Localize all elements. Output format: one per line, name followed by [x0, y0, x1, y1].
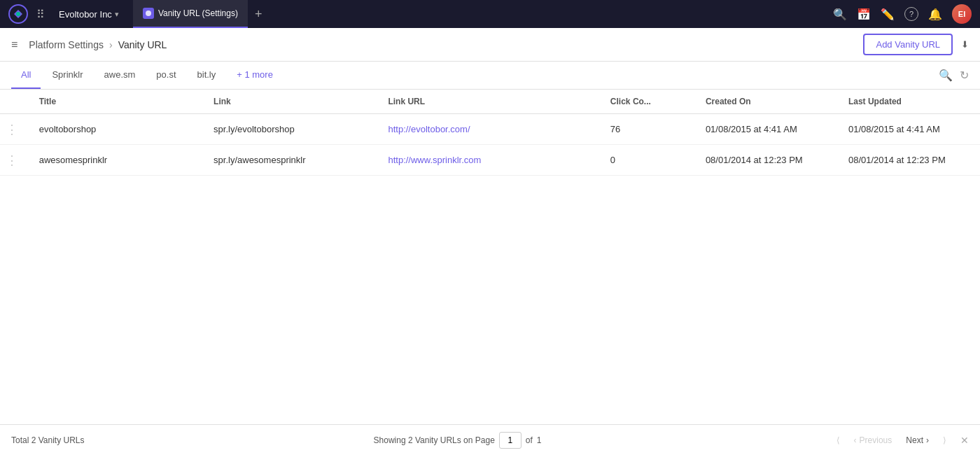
vanity-url-table: TitleLinkLink URLClick Co...Created OnLa…	[0, 90, 980, 176]
table-row: ⋮awesomesprinklrspr.ly/awesomesprinklrht…	[0, 145, 980, 176]
breadcrumb-current: Vanity URL	[118, 39, 167, 50]
col-header-clickCount: Click Co...	[599, 90, 694, 114]
nav-tabs: Vanity URL (Settings) +	[133, 0, 827, 28]
breadcrumb-separator: ›	[109, 39, 113, 50]
footer-total: Total 2 Vanity URLs	[11, 435, 85, 445]
filter-tab-all[interactable]: All	[11, 62, 41, 89]
edit-nav-icon[interactable]: ✏️	[881, 8, 895, 21]
row-click-count-1: 0	[599, 145, 694, 176]
row-link-url-0[interactable]: http://evoltobor.com/	[377, 114, 598, 145]
table-header: TitleLinkLink URLClick Co...Created OnLa…	[0, 90, 980, 114]
footer-next-label: Next	[906, 435, 923, 445]
footer: Total 2 Vanity URLs Showing 2 Vanity URL…	[0, 424, 980, 455]
bell-nav-icon[interactable]: 🔔	[928, 8, 942, 21]
col-header-title: Title	[28, 90, 202, 114]
filter-tabs: AllSprinklrawe.smpo.stbit.ly+ 1 more	[11, 62, 283, 89]
secondary-header: ≡ Platform Settings › Vanity URL Add Van…	[0, 28, 980, 62]
app-name-chevron: ▾	[115, 10, 119, 19]
row-last-updated-1: 08/01/2014 at 12:23 PM	[837, 145, 980, 176]
nav-right-icons: 🔍 📅 ✏️ ? 🔔 EI	[833, 4, 972, 24]
search-nav-icon[interactable]: 🔍	[833, 8, 847, 21]
footer-next-icon: ›	[926, 435, 929, 445]
row-link-1: spr.ly/awesomesprinklr	[202, 145, 377, 176]
filter-tab-sprinklr[interactable]: Sprinklr	[42, 62, 92, 89]
row-title-0: evoltoborshop	[28, 114, 202, 145]
row-created-on-0: 01/08/2015 at 4:41 AM	[694, 114, 837, 145]
footer-close-icon[interactable]: ✕	[960, 435, 969, 446]
filter-tab-+-1-more[interactable]: + 1 more	[227, 62, 283, 89]
footer-next-button[interactable]: Next ›	[900, 433, 934, 448]
row-menu-icon[interactable]: ⋮	[6, 122, 19, 136]
add-tab-button[interactable]: +	[248, 0, 270, 28]
filter-bar: AllSprinklrawe.smpo.stbit.ly+ 1 more 🔍 ↻	[0, 62, 980, 90]
hamburger-icon[interactable]: ≡	[11, 38, 18, 51]
download-icon[interactable]: ⬇	[961, 39, 969, 50]
table-body: ⋮evoltoborshopspr.ly/evoltoborshophttp:/…	[0, 114, 980, 176]
footer-of-label: of	[526, 435, 533, 445]
app-name-button[interactable]: Evoltobor Inc ▾	[53, 6, 125, 22]
row-created-on-1: 08/01/2014 at 12:23 PM	[694, 145, 837, 176]
col-header-linkUrl: Link URL	[377, 90, 598, 114]
breadcrumb-parent[interactable]: Platform Settings	[29, 39, 104, 50]
footer-first-button[interactable]: ⟨	[831, 433, 846, 448]
tab-vanity-icon	[143, 8, 154, 19]
footer-pagination: ⟨ ‹ Previous Next › ⟩ ✕	[831, 433, 969, 448]
row-menu-0[interactable]: ⋮	[0, 114, 28, 145]
row-click-count-0: 76	[599, 114, 694, 145]
footer-page-info: Showing 2 Vanity URLs on Page of 1	[374, 432, 542, 449]
footer-prev-button[interactable]: ‹ Previous	[848, 433, 898, 448]
footer-prev-icon: ‹	[854, 435, 857, 445]
col-header-createdOn: Created On	[694, 90, 837, 114]
row-last-updated-0: 01/08/2015 at 4:41 AM	[837, 114, 980, 145]
footer-total-pages: 1	[537, 435, 542, 445]
filter-bar-icons: 🔍 ↻	[939, 69, 969, 82]
col-header-link: Link	[202, 90, 377, 114]
svg-point-2	[146, 10, 151, 16]
filter-refresh-icon[interactable]: ↻	[960, 69, 969, 82]
footer-showing-label: Showing 2 Vanity URLs on Page	[374, 435, 495, 445]
table-row: ⋮evoltoborshopspr.ly/evoltoborshophttp:/…	[0, 114, 980, 145]
app-name-label: Evoltobor Inc	[59, 9, 112, 20]
nav-tab-label: Vanity URL (Settings)	[158, 8, 238, 18]
nav-tab-vanity-url[interactable]: Vanity URL (Settings)	[133, 0, 248, 28]
footer-prev-label: Previous	[860, 435, 892, 445]
help-nav-icon[interactable]: ?	[904, 7, 918, 21]
col-header-menu	[0, 90, 28, 114]
col-header-lastUpdated: Last Updated	[837, 90, 980, 114]
row-link-0: spr.ly/evoltoborshop	[202, 114, 377, 145]
calendar-nav-icon[interactable]: 📅	[857, 8, 871, 21]
row-link-url-1[interactable]: http://www.sprinklr.com	[377, 145, 598, 176]
svg-point-1	[16, 12, 20, 16]
add-vanity-url-button[interactable]: Add Vanity URL	[863, 34, 953, 55]
grid-icon[interactable]: ⠿	[36, 8, 45, 21]
footer-last-button[interactable]: ⟩	[937, 433, 952, 448]
row-title-1: awesomesprinklr	[28, 145, 202, 176]
top-nav: ⠿ Evoltobor Inc ▾ Vanity URL (Settings) …	[0, 0, 980, 28]
breadcrumb: Platform Settings › Vanity URL	[29, 39, 167, 50]
table-container: TitleLinkLink URLClick Co...Created OnLa…	[0, 90, 980, 424]
filter-tab-bit.ly[interactable]: bit.ly	[188, 62, 226, 89]
filter-tab-po.st[interactable]: po.st	[146, 62, 186, 89]
filter-tab-awe.sm[interactable]: awe.sm	[94, 62, 146, 89]
logo-icon	[8, 4, 28, 24]
user-avatar[interactable]: EI	[952, 4, 972, 24]
filter-search-icon[interactable]: 🔍	[939, 69, 953, 82]
footer-page-input[interactable]	[499, 432, 522, 449]
row-menu-icon[interactable]: ⋮	[6, 153, 19, 167]
row-menu-1[interactable]: ⋮	[0, 145, 28, 176]
